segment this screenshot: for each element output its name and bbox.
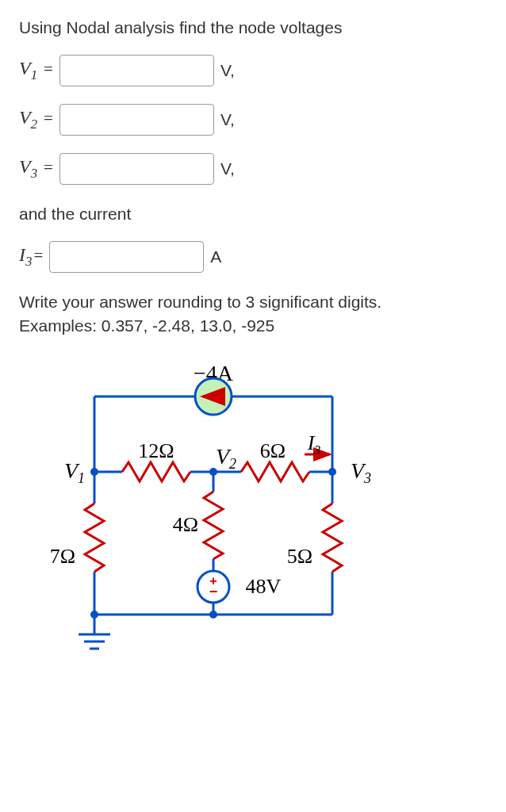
minus-icon: − bbox=[209, 584, 218, 599]
resistor-12-icon bbox=[122, 462, 190, 481]
sub-text: 1 bbox=[31, 67, 37, 82]
label-v3: V3 = bbox=[19, 156, 53, 182]
unit-v2: V, bbox=[220, 110, 235, 129]
equals-sign: = bbox=[44, 59, 53, 79]
i3-label: I3 bbox=[307, 431, 321, 457]
r5-label: 5Ω bbox=[287, 545, 312, 568]
instr-line2: Examples: 0.357, -2.48, 13.0, -925 bbox=[19, 316, 274, 335]
instr-line1: Write your answer rounding to 3 signific… bbox=[19, 293, 381, 311]
unit-v3: V, bbox=[220, 159, 235, 178]
r7-label: 7Ω bbox=[50, 545, 75, 568]
v48-label: 48V bbox=[246, 575, 282, 598]
row-v2: V2 = V, bbox=[19, 104, 487, 136]
var-text: V bbox=[19, 156, 31, 177]
r6-label: 6Ω bbox=[260, 439, 286, 462]
label-v1: V1 = bbox=[19, 58, 53, 83]
resistor-5-icon bbox=[323, 504, 342, 572]
resistor-4-icon bbox=[204, 492, 223, 559]
node-v2-label: V2 bbox=[216, 444, 236, 472]
equals-sign: = bbox=[44, 109, 53, 128]
node-dot bbox=[209, 611, 217, 619]
row-v3: V3 = V, bbox=[19, 153, 487, 185]
label-i3: I3= bbox=[19, 244, 43, 270]
resistor-7-icon bbox=[85, 504, 104, 572]
input-i3[interactable] bbox=[49, 241, 204, 273]
question-intro: Using Nodal analysis find the node volta… bbox=[19, 16, 487, 39]
row-v1: V1 = V, bbox=[19, 55, 487, 86]
input-v2[interactable] bbox=[59, 104, 214, 136]
sub-text: 3 bbox=[25, 254, 32, 269]
row-i3: I3= A bbox=[19, 241, 487, 273]
instructions: Write your answer rounding to 3 signific… bbox=[19, 290, 487, 339]
equals-sign: = bbox=[33, 246, 43, 265]
circuit-diagram: −4A V1 V2 V3 12Ω 6Ω I3 7Ω 4Ω + − 48V 5Ω bbox=[19, 353, 487, 670]
unit-i3: A bbox=[210, 247, 221, 266]
equals-sign: = bbox=[44, 158, 53, 177]
unit-v1: V, bbox=[220, 61, 235, 80]
var-text: I bbox=[19, 244, 25, 265]
var-text: V bbox=[19, 107, 31, 128]
sub-text: 3 bbox=[31, 166, 37, 181]
resistor-6-icon bbox=[241, 462, 309, 481]
node-v3-label: V3 bbox=[351, 458, 371, 486]
current-intro: and the current bbox=[19, 202, 487, 226]
input-v1[interactable] bbox=[59, 55, 214, 86]
var-text: V bbox=[19, 58, 31, 79]
node-v1-label: V1 bbox=[64, 458, 85, 486]
input-v3[interactable] bbox=[59, 153, 214, 185]
r4-label: 4Ω bbox=[173, 513, 198, 536]
label-v2: V2 = bbox=[19, 107, 53, 132]
sub-text: 2 bbox=[31, 117, 37, 132]
r12-label: 12Ω bbox=[138, 439, 174, 462]
